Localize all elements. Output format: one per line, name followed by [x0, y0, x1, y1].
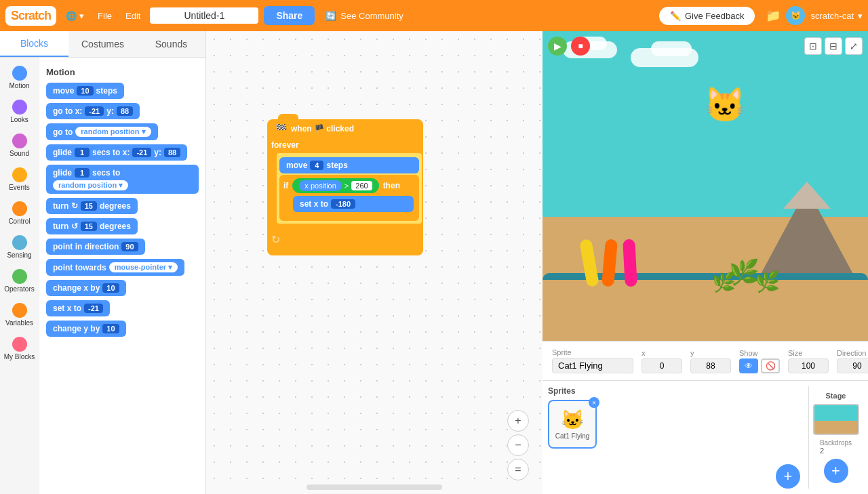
stage-panel: Stage Backdrops 2 + [808, 386, 863, 489]
x-input[interactable] [642, 358, 682, 373]
sprite-name-input[interactable] [552, 358, 633, 373]
scrollbar-x[interactable] [307, 485, 442, 490]
fullscreen-button[interactable]: ⤢ [845, 37, 863, 55]
sprite-label: Sprite [552, 348, 633, 356]
point-dir-block-btn[interactable]: point in direction 90 [46, 239, 145, 255]
script-block[interactable]: 🏁 when 🏴 clicked forever move 4 [267, 119, 423, 255]
block-glide-random[interactable]: glide 1 secs to random position ▾ [46, 165, 199, 198]
block-change-y[interactable]: change y by 10 [46, 321, 199, 341]
folder-button[interactable]: 📁 [766, 8, 781, 23]
change-y-block-btn[interactable]: change y by 10 [46, 321, 126, 337]
plant2: 🌿 [755, 270, 780, 293]
glide-random-block-btn[interactable]: glide 1 secs to random position ▾ [46, 165, 199, 194]
stop-icon: ■ [571, 37, 590, 56]
set-x-to-block[interactable]: set x to -180 [293, 196, 414, 212]
user-button[interactable]: scratch-cat ▾ [810, 11, 863, 21]
block-move[interactable]: move 10 steps [46, 83, 199, 103]
script-end-cap [267, 249, 423, 255]
block-change-x[interactable]: change x by 10 [46, 280, 199, 300]
blocks-panel: Blocks Costumes Sounds Motion Looks [0, 31, 206, 494]
main-layout: Blocks Costumes Sounds Motion Looks [0, 31, 868, 494]
right-panel: ▶ ■ ⊡ ⊟ ⤢ [542, 31, 868, 494]
move-block-btn[interactable]: move 10 steps [46, 83, 124, 99]
forever-block[interactable]: forever [267, 138, 423, 152]
show-hidden-button[interactable]: 🚫 [761, 358, 780, 373]
avatar: 🐱 [786, 6, 805, 25]
zoom-reset-button[interactable]: = [507, 459, 529, 480]
block-point-towards[interactable]: point towards mouse-pointer ▾ [46, 259, 199, 280]
y-coord-group: y [690, 349, 731, 373]
edit-menu[interactable]: Edit [121, 8, 144, 24]
project-name-input[interactable] [150, 7, 258, 24]
sprite-remove-button[interactable]: × [589, 397, 599, 408]
code-area[interactable]: 🏁 when 🏴 clicked forever move 4 [206, 31, 542, 494]
tab-blocks[interactable]: Blocks [0, 31, 68, 57]
category-control[interactable]: Control [1, 197, 38, 230]
stop-button[interactable]: ■ [571, 37, 590, 56]
size-input[interactable] [788, 358, 829, 373]
stage-mini-thumbnail[interactable] [813, 404, 859, 435]
category-sound[interactable]: Sound [1, 129, 38, 162]
blocks-content: Motion Looks Sound Events Control [0, 58, 205, 494]
pencil-icon: ✏️ [670, 11, 681, 21]
categories-sidebar: Motion Looks Sound Events Control [0, 58, 39, 494]
direction-input[interactable] [837, 358, 868, 373]
condition-block[interactable]: x position > 260 [292, 178, 378, 193]
normal-stage-button[interactable]: ⊟ [825, 37, 842, 55]
category-variables[interactable]: Variables [1, 299, 38, 331]
flag-icon: 🏁 [275, 123, 287, 134]
change-x-block-btn[interactable]: change x by 10 [46, 280, 126, 296]
globe-button[interactable]: 🌐 ▾ [62, 8, 88, 24]
block-goto-xy[interactable]: go to x: -21 y: 88 [46, 103, 199, 123]
show-visible-button[interactable]: 👁 [739, 358, 758, 373]
zoom-in-button[interactable]: + [507, 410, 529, 432]
script-container: 🏁 when 🏴 clicked forever move 4 [267, 119, 423, 255]
add-backdrop-button[interactable]: + [824, 459, 848, 483]
sprite-info-row: Sprite x y [552, 348, 859, 373]
tabs-bar: Blocks Costumes Sounds [0, 31, 205, 58]
when-clicked-block[interactable]: 🏁 when 🏴 clicked [267, 119, 423, 138]
category-sensing[interactable]: Sensing [1, 231, 38, 264]
block-set-x[interactable]: set x to -21 [46, 300, 199, 321]
if-block[interactable]: if x position > 260 then [279, 175, 419, 221]
block-point-dir[interactable]: point in direction 90 [46, 239, 199, 259]
community-icon: 🔄 [326, 11, 336, 21]
move-4-block[interactable]: move 4 steps [279, 157, 419, 173]
y-input[interactable] [690, 358, 731, 373]
sprites-header: Sprites [548, 386, 662, 396]
block-goto-random[interactable]: go to random position ▾ [46, 123, 199, 144]
point-towards-block-btn[interactable]: point towards mouse-pointer ▾ [46, 259, 184, 276]
category-events[interactable]: Events [1, 163, 38, 196]
sprite-stage-row: Sprites × 🐱 Cat1 Flying + Stage Ba [542, 380, 868, 494]
file-menu[interactable]: File [94, 8, 116, 24]
turn-cw-block-btn[interactable]: turn ↻ 15 degrees [46, 198, 138, 214]
x-coord-group: x [642, 349, 682, 373]
category-looks[interactable]: Looks [1, 96, 38, 128]
sprite-thumb-cat1[interactable]: × 🐱 Cat1 Flying [548, 400, 597, 449]
scratch-logo[interactable]: Scratch [5, 6, 56, 26]
block-glide-xy[interactable]: glide 1 secs to x: -21 y: 88 [46, 144, 199, 165]
set-x-block-btn[interactable]: set x to -21 [46, 300, 110, 316]
goto-random-block-btn[interactable]: go to random position ▾ [46, 123, 158, 140]
category-my-blocks[interactable]: My Blocks [1, 333, 38, 365]
zoom-out-button[interactable]: − [507, 434, 529, 456]
see-community-button[interactable]: 🔄 See Community [320, 8, 408, 24]
block-turn-cw[interactable]: turn ↻ 15 degrees [46, 198, 199, 218]
size-group: Size [788, 349, 829, 373]
tab-sounds[interactable]: Sounds [137, 31, 205, 57]
add-sprite-button[interactable]: + [776, 464, 800, 489]
tab-costumes[interactable]: Costumes [68, 31, 137, 57]
category-operators[interactable]: Operators [1, 265, 38, 297]
category-motion[interactable]: Motion [1, 62, 38, 94]
topbar-right: 📁 🐱 scratch-cat ▾ [766, 6, 863, 25]
glide-xy-block-btn[interactable]: glide 1 secs to x: -21 y: 88 [46, 144, 187, 161]
share-button[interactable]: Share [264, 6, 315, 25]
goto-xy-block-btn[interactable]: go to x: -21 y: 88 [46, 103, 140, 119]
mountain-snow [783, 182, 831, 209]
block-turn-ccw[interactable]: turn ↺ 15 degrees [46, 218, 199, 239]
turn-ccw-block-btn[interactable]: turn ↺ 15 degrees [46, 218, 138, 234]
give-feedback-button[interactable]: ✏️ Give Feedback [659, 7, 755, 25]
green-flag-icon: ▶ [548, 37, 567, 56]
green-flag-button[interactable]: ▶ [548, 37, 567, 56]
small-stage-button[interactable]: ⊡ [804, 37, 822, 55]
